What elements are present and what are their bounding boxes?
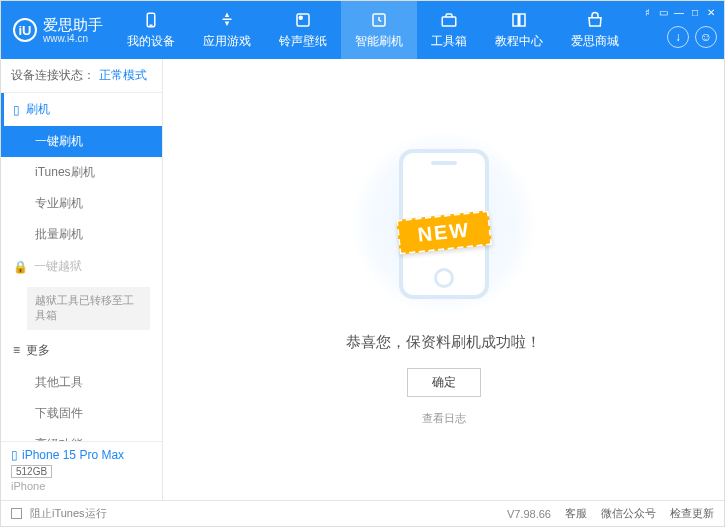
connection-status: 设备连接状态： 正常模式 [1,59,162,93]
app-header: iU 爱思助手 www.i4.cn 我的设备 应用游戏 铃声壁纸 智能刷机 [1,1,724,59]
section-flash[interactable]: ▯ 刷机 [1,93,162,126]
nav-label: 我的设备 [127,33,175,50]
section-label: 刷机 [26,101,50,118]
sub-advanced[interactable]: 高级功能 [1,429,162,441]
nav-label: 教程中心 [495,33,543,50]
success-illustration: NEW [349,133,539,313]
checkbox-label: 阻止iTunes运行 [30,506,107,521]
list-icon: ≡ [13,343,20,357]
check-update-link[interactable]: 检查更新 [670,506,714,521]
nav-tutorials[interactable]: 教程中心 [481,1,557,59]
phone-small-icon: ▯ [11,448,18,462]
sub-one-click-flash[interactable]: 一键刷机 [1,126,162,157]
nav-apps[interactable]: 应用游戏 [189,1,265,59]
sidebar: 设备连接状态： 正常模式 ▯ 刷机 一键刷机 iTunes刷机 专业刷机 批量刷… [1,59,163,500]
sub-download-firmware[interactable]: 下载固件 [1,398,162,429]
nav-label: 智能刷机 [355,33,403,50]
sub-pro-flash[interactable]: 专业刷机 [1,188,162,219]
apps-icon [217,10,237,30]
section-more[interactable]: ≡ 更多 [1,334,162,367]
checkbox-icon [11,508,22,519]
section-label: 更多 [26,342,50,359]
customer-service-link[interactable]: 客服 [565,506,587,521]
success-message: 恭喜您，保资料刷机成功啦！ [346,333,541,352]
section-label: 一键越狱 [34,258,82,275]
footer: 阻止iTunes运行 V7.98.66 客服 微信公众号 检查更新 [1,500,724,526]
nav-toolbox[interactable]: 工具箱 [417,1,481,59]
main-content: NEW 恭喜您，保资料刷机成功啦！ 确定 查看日志 [163,59,724,500]
nav-label: 爱思商城 [571,33,619,50]
maximize-icon[interactable]: □ [688,5,702,19]
device-icon [141,10,161,30]
store-icon [585,10,605,30]
sub-batch-flash[interactable]: 批量刷机 [1,219,162,250]
brand-logo-icon: iU [13,18,37,42]
brand-title: 爱思助手 [43,16,103,33]
toolbox-icon [439,10,459,30]
wechat-link[interactable]: 微信公众号 [601,506,656,521]
sub-other-tools[interactable]: 其他工具 [1,367,162,398]
brand-url: www.i4.cn [43,33,103,45]
device-type: iPhone [11,480,152,492]
svg-rect-2 [297,14,309,26]
sub-itunes-flash[interactable]: iTunes刷机 [1,157,162,188]
book-icon [509,10,529,30]
block-itunes-checkbox[interactable]: 阻止iTunes运行 [11,506,107,521]
section-jailbreak: 🔒 一键越狱 [1,250,162,283]
nav-flash[interactable]: 智能刷机 [341,1,417,59]
nav-label: 铃声壁纸 [279,33,327,50]
flash-icon [369,10,389,30]
ok-button[interactable]: 确定 [407,368,481,397]
brand: iU 爱思助手 www.i4.cn [1,1,113,59]
status-label: 设备连接状态： [11,67,95,84]
download-button[interactable]: ↓ [667,26,689,48]
minimize-icon[interactable]: ― [672,5,686,19]
account-button[interactable]: ☺ [695,26,717,48]
version-label: V7.98.66 [507,508,551,520]
nav-label: 工具箱 [431,33,467,50]
svg-rect-5 [442,17,456,26]
top-nav: 我的设备 应用游戏 铃声壁纸 智能刷机 工具箱 教程中心 [113,1,640,59]
media-icon [293,10,313,30]
device-storage: 512GB [11,465,52,478]
view-log-link[interactable]: 查看日志 [422,411,466,426]
device-info[interactable]: ▯ iPhone 15 Pro Max 512GB iPhone [1,441,162,500]
jailbreak-note: 越狱工具已转移至工具箱 [27,287,150,330]
lock-icon: 🔒 [13,260,28,274]
skin-icon[interactable]: ▭ [656,5,670,19]
menu-icon[interactable]: ♯ [640,5,654,19]
nav-store[interactable]: 爱思商城 [557,1,633,59]
close-icon[interactable]: ✕ [704,5,718,19]
nav-my-device[interactable]: 我的设备 [113,1,189,59]
nav-ringtones[interactable]: 铃声壁纸 [265,1,341,59]
svg-point-3 [299,16,302,19]
status-value: 正常模式 [99,67,147,84]
nav-label: 应用游戏 [203,33,251,50]
device-name: iPhone 15 Pro Max [22,448,124,462]
phone-icon: ▯ [13,103,20,117]
